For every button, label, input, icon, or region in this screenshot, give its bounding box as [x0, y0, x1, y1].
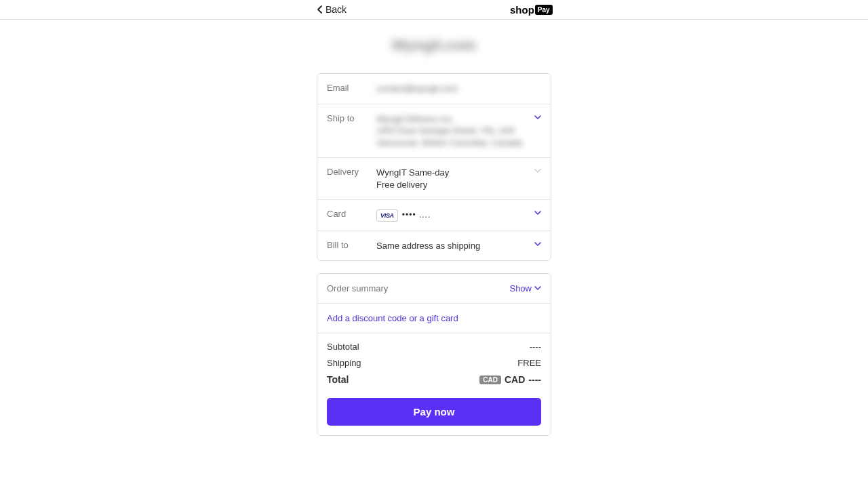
- delivery-row: Delivery WyngIT Same-day Free delivery: [317, 158, 551, 200]
- delivery-label: Delivery: [327, 167, 376, 177]
- shop-pay-logo: shopPay: [510, 4, 553, 16]
- checkout-info-card: Email contact@wyngit.com Ship to Wyngit …: [317, 73, 551, 261]
- total-line: Total CAD CAD ----: [327, 374, 541, 385]
- shipping-value: FREE: [517, 358, 541, 368]
- order-summary-label: Order summary: [327, 283, 388, 293]
- card-expand[interactable]: [534, 211, 541, 218]
- billto-row: Bill to Same address as shipping: [317, 231, 551, 261]
- shipto-line2: 1453 East Georgia Street, V5L 2A9: [376, 125, 541, 137]
- delivery-expand: [534, 169, 541, 176]
- subtotal-label: Subtotal: [327, 342, 359, 352]
- email-label: Email: [327, 83, 376, 93]
- shipto-value: Wyngit Delivery Inc. 1453 East Georgia S…: [376, 113, 541, 149]
- card-masked: •••• ....: [402, 211, 431, 220]
- order-summary-header: Order summary Show: [317, 274, 551, 304]
- card-value: VISA•••• ....: [376, 209, 541, 222]
- subtotal-line: Subtotal ----: [327, 342, 541, 352]
- shipto-line3: Vancouver, British Columbia, Canada: [376, 137, 541, 149]
- order-summary-toggle[interactable]: Show: [509, 283, 541, 293]
- header-bar: Back shopPay: [0, 0, 868, 20]
- shipto-line1: Wyngit Delivery Inc.: [376, 113, 541, 125]
- total-currency: CAD: [505, 374, 525, 385]
- chevron-down-icon: [534, 115, 541, 120]
- shipping-line: Shipping FREE: [327, 358, 541, 368]
- chevron-down-icon: [534, 169, 541, 174]
- card-label: Card: [327, 209, 376, 219]
- shop-pay-badge: Pay: [535, 5, 553, 15]
- totals-block: Subtotal ---- Shipping FREE Total CAD CA…: [317, 333, 551, 435]
- shipto-expand[interactable]: [534, 115, 541, 122]
- card-row: Card VISA•••• ....: [317, 200, 551, 231]
- total-label: Total: [327, 374, 349, 385]
- back-button[interactable]: Back: [317, 4, 347, 15]
- total-value: ----: [528, 374, 541, 385]
- chevron-left-icon: [317, 5, 323, 14]
- email-value: contact@wyngit.com: [376, 83, 541, 95]
- delivery-line2: Free delivery: [376, 179, 541, 191]
- shipto-row: Ship to Wyngit Delivery Inc. 1453 East G…: [317, 104, 551, 159]
- billto-expand[interactable]: [534, 242, 541, 249]
- billto-label: Bill to: [327, 240, 376, 250]
- order-summary-card: Order summary Show Add a discount code o…: [317, 273, 551, 436]
- chevron-down-icon: [534, 242, 541, 247]
- store-name: Wyngit.com: [317, 37, 551, 54]
- subtotal-value: ----: [530, 342, 541, 352]
- shipto-label: Ship to: [327, 113, 376, 123]
- shipping-label: Shipping: [327, 358, 361, 368]
- currency-badge: CAD: [479, 375, 501, 384]
- show-label: Show: [509, 283, 532, 293]
- chevron-down-icon: [534, 211, 541, 216]
- email-row: Email contact@wyngit.com: [317, 74, 551, 104]
- delivery-value: WyngIT Same-day Free delivery: [376, 167, 541, 190]
- chevron-down-icon: [534, 286, 541, 291]
- visa-icon: VISA: [376, 209, 398, 222]
- shop-pay-text: shop: [510, 4, 534, 16]
- discount-link[interactable]: Add a discount code or a gift card: [317, 304, 551, 333]
- billto-value: Same address as shipping: [376, 240, 541, 252]
- pay-now-button[interactable]: Pay now: [327, 398, 541, 426]
- delivery-line1: WyngIT Same-day: [376, 167, 541, 179]
- back-label: Back: [326, 4, 347, 15]
